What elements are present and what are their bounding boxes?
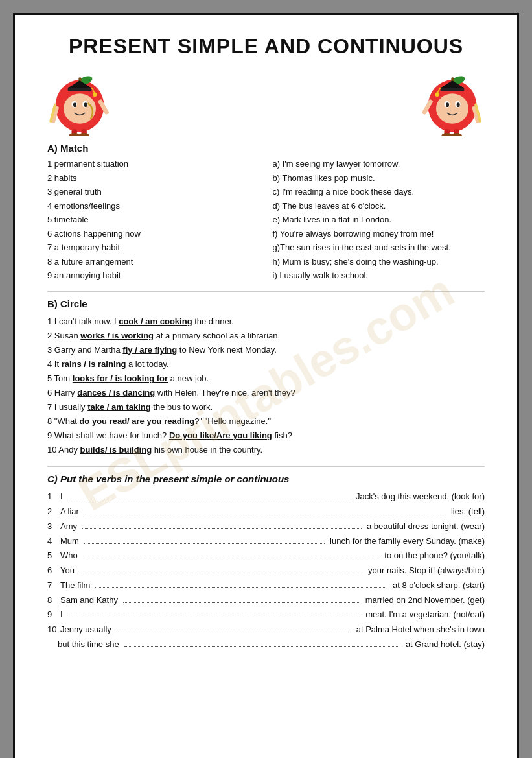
match-right-item: a) I'm seeing my lawyer tomorrow.: [273, 158, 485, 171]
match-right-item: i) I usually walk to school.: [273, 269, 485, 282]
circle-before: It: [54, 359, 62, 369]
fill-item: 6 You your nails. Stop it! (always/bite): [47, 563, 485, 578]
fill-extra-suffix: at Grand hotel. (stay): [406, 637, 485, 652]
fill-item: 10 Jenny usually at Palma Hotel when she…: [47, 622, 485, 637]
svg-point-22: [436, 93, 468, 124]
svg-point-7: [84, 102, 87, 107]
fill-dots: [117, 632, 351, 632]
section-c-label: C) Put the verbs in the present simple o…: [47, 473, 485, 484]
fill-num: 2: [47, 504, 58, 519]
circle-bold: dances / is dancing: [77, 388, 155, 397]
apple-right: [420, 65, 485, 136]
fill-item-extra: but this time she at Grand hotel. (stay): [47, 637, 485, 652]
fill-suffix: meat. I'm a vegetarian. (not/eat): [365, 608, 485, 622]
circle-num: 1: [47, 316, 54, 326]
svg-point-26: [457, 102, 460, 107]
fill-item: 8 Sam and Kathy married on 2nd November.…: [47, 593, 485, 608]
circle-num: 4: [47, 359, 54, 369]
circle-item: 2 Susan works / is working at a primary …: [47, 329, 485, 343]
fill-prefix: Who: [60, 549, 78, 563]
fill-extra-dots: [124, 646, 400, 647]
match-grid: 1 permanent situation2 habits3 general t…: [47, 158, 485, 282]
apple-left: [47, 65, 112, 136]
match-left-item: 2 habits: [47, 172, 260, 185]
fill-suffix: at 8 o'clock sharp. (start): [393, 578, 485, 593]
fill-suffix: to on the phone? (you/talk): [384, 549, 485, 563]
fill-item: 1 I Jack's dog this weekend. (look for): [47, 490, 485, 504]
circle-after: to New York next Monday.: [177, 345, 277, 355]
fill-num: 6: [47, 563, 58, 578]
circle-after: the dinner.: [192, 316, 234, 326]
fill-suffix: a beautiful dress tonight. (wear): [367, 519, 485, 534]
section-c: C) Put the verbs in the present simple o…: [47, 473, 485, 652]
fill-suffix: Jack's dog this weekend. (look for): [356, 490, 485, 504]
fill-item: 5 Who to on the phone? (you/talk): [47, 549, 485, 563]
match-left-item: 3 general truth: [47, 185, 260, 198]
fill-item: 2 A liar lies. (tell): [47, 504, 485, 519]
apple-row: [47, 65, 485, 136]
match-right-item: f) You're always borrowing money from me…: [273, 228, 485, 241]
match-right-item: d) The bus leaves at 6 o'clock.: [273, 200, 485, 213]
circle-before: I usually: [54, 402, 87, 412]
circle-after: a new job.: [168, 373, 209, 383]
circle-before: Harry: [54, 388, 77, 397]
circle-item: 9 What shall we have for lunch? Do you l…: [47, 429, 485, 443]
circle-bold: works / is working: [80, 331, 154, 340]
fill-num: 9: [47, 608, 58, 622]
fill-num: 3: [47, 519, 58, 534]
match-left-item: 6 actions happening now: [47, 228, 260, 241]
circle-item: 3 Garry and Martha fly / are flying to N…: [47, 343, 485, 357]
section-a: A) Match 1 permanent situation2 habits3 …: [47, 143, 485, 282]
circle-num: 9: [47, 431, 54, 440]
match-right-item: c) I'm reading a nice book these days.: [273, 185, 485, 198]
fill-num: 1: [47, 490, 58, 504]
fill-dots: [95, 587, 387, 588]
fill-extra-prefix: but this time she: [58, 637, 119, 652]
fill-num: 7: [47, 578, 58, 593]
section-b-label: B) Circle: [47, 298, 485, 309]
svg-point-6: [73, 102, 76, 107]
fill-item: 4 Mum lunch for the family every Sunday.…: [47, 534, 485, 549]
circle-after: ?" "Hello magazine.": [194, 416, 271, 426]
fill-prefix: The film: [60, 578, 90, 593]
circle-num: 10: [47, 445, 58, 455]
match-right-col: a) I'm seeing my lawyer tomorrow.b) Thom…: [273, 158, 485, 282]
circle-num: 8: [47, 416, 54, 426]
circle-bold: do you read/ are you reading: [79, 416, 194, 426]
fill-num: 8: [47, 593, 58, 608]
fill-dots: [123, 602, 360, 603]
circle-before: Tom: [54, 373, 73, 383]
fill-dots: [68, 617, 361, 617]
fill-prefix: Mum: [60, 534, 79, 549]
circle-item: 1 I can't talk now. I cook / am cooking …: [47, 314, 485, 329]
circle-item: 5 Tom looks for / is looking for a new j…: [47, 372, 485, 386]
circle-after: with Helen. They're nice, aren't they?: [155, 388, 295, 397]
svg-point-36: [441, 133, 452, 136]
fill-suffix: lies. (tell): [451, 504, 485, 519]
match-right-item: b) Thomas likes pop music.: [273, 172, 485, 185]
fill-prefix: Sam and Kathy: [60, 593, 118, 608]
svg-point-30: [435, 93, 439, 97]
circle-bold: rains / is raining: [62, 359, 126, 369]
circle-bold: Do you like/Are you liking: [169, 431, 272, 440]
page-title: PRESENT SIMPLE AND CONTINUOUS: [47, 34, 485, 58]
circle-after: his own house in the country.: [152, 445, 262, 455]
fill-num: 5: [47, 549, 58, 563]
fill-suffix: your nails. Stop it! (always/bite): [368, 563, 485, 578]
fill-prefix: Jenny usually: [60, 622, 111, 637]
circle-before: What shall we have for lunch?: [54, 431, 169, 440]
circle-before: Garry and Martha: [54, 345, 123, 355]
circle-bold: fly / are flying: [122, 345, 177, 355]
circle-item: 6 Harry dances / is dancing with Helen. …: [47, 386, 485, 400]
fill-prefix: Amy: [60, 519, 77, 534]
fill-prefix: I: [60, 490, 63, 504]
circle-bold: looks for / is looking for: [73, 373, 168, 383]
worksheet-page: ESLprintables.com PRESENT SIMPLE AND CON…: [13, 13, 519, 758]
fill-num: 4: [47, 534, 58, 549]
circle-item: 7 I usually take / am taking the bus to …: [47, 400, 485, 414]
match-left-item: 9 an annoying habit: [47, 269, 260, 282]
fill-prefix: A liar: [60, 504, 79, 519]
section-a-label: A) Match: [47, 143, 485, 154]
match-right-item: h) Mum is busy; she's doing the washing-…: [273, 255, 485, 268]
match-right-item: g)The sun rises in the east and sets in …: [273, 241, 485, 254]
